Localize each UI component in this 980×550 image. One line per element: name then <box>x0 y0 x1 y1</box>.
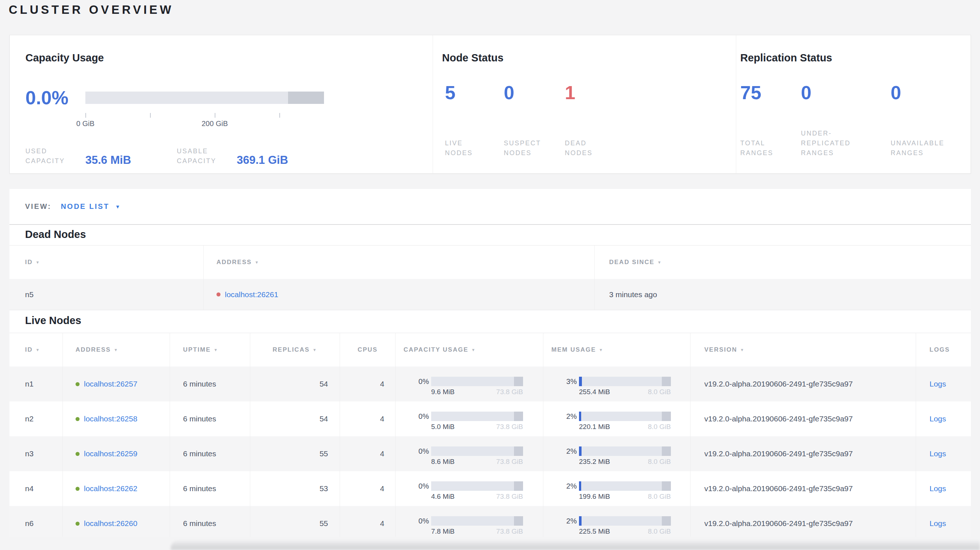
summary-stat: 5 LIVE NODES <box>445 83 504 158</box>
mem-usage-cell: 2% 220.1 MiB 8.0 GiB <box>543 401 690 436</box>
usable-capacity-stat: USABLE CAPACITY 369.1 GiB <box>177 146 288 166</box>
column-header[interactable]: CAPACITY USAGE▼ <box>395 333 543 367</box>
node-list-section: Dead Nodes ID▼ADDRESS▼DEAD SINCE▼ n5 loc… <box>10 225 971 537</box>
logs-cell: Logs <box>916 367 971 401</box>
capacity-usage-cell: 0% 8.6 MiB 73.8 GiB <box>395 436 543 471</box>
column-header[interactable]: ID▼ <box>10 246 204 279</box>
column-header[interactable]: UPTIME▼ <box>170 333 250 367</box>
node-address-cell: localhost:26262 <box>62 471 170 506</box>
version-cell: v19.2.0-alpha.20190606-2491-gfe735c9a97 <box>690 367 916 401</box>
column-header[interactable]: CPUS <box>340 333 395 367</box>
axis-tick-label: 200 GiB <box>202 119 228 128</box>
live-nodes-rows: n1 localhost:26257 6 minutes 54 4 0% 9.6… <box>10 367 971 537</box>
cpus-cell: 4 <box>340 436 395 471</box>
stat-value: 0 <box>891 83 944 102</box>
node-id-cell: n6 <box>10 506 62 537</box>
replication-status-title: Replication Status <box>740 52 970 64</box>
mem-bar-reserved-segment <box>662 377 671 386</box>
column-header-label: CAPACITY USAGE <box>404 346 469 353</box>
capacity-percent-label: 0% <box>404 517 429 525</box>
logs-link[interactable]: Logs <box>929 519 946 528</box>
column-header[interactable]: ID▼ <box>10 333 62 367</box>
mem-percent-label: 2% <box>551 447 577 456</box>
replicas-cell: 53 <box>250 471 340 506</box>
capacity-percent-label: 0% <box>404 447 429 456</box>
node-address-link[interactable]: localhost:26259 <box>84 449 137 458</box>
capacity-usage-cell: 0% 4.6 MiB 73.8 GiB <box>395 471 543 506</box>
capacity-usage-cell: 0% 9.6 MiB 73.8 GiB <box>395 367 543 401</box>
live-nodes-table: ID▼ADDRESS▼UPTIME▼REPLICAS▼CPUSCAPACITY … <box>10 333 971 537</box>
logs-cell: Logs <box>916 506 971 537</box>
capacity-percent-label: 0% <box>404 412 429 421</box>
capacity-bar-reserved-segment <box>514 516 523 526</box>
table-row: n4 localhost:26262 6 minutes 53 4 0% 4.6… <box>10 471 971 506</box>
column-header[interactable]: LOGS <box>916 333 971 367</box>
column-header[interactable]: MEM USAGE▼ <box>543 333 690 367</box>
capacity-bar-reserved-segment <box>514 481 523 491</box>
column-header[interactable]: ADDRESS▼ <box>204 246 594 279</box>
capacity-used-value: 4.6 MiB <box>431 493 454 501</box>
cpus-cell: 4 <box>340 401 395 436</box>
column-header-label: ADDRESS <box>76 346 111 353</box>
capacity-used-value: 9.6 MiB <box>431 388 454 396</box>
stat-label: DEAD NODES <box>565 138 593 158</box>
column-header[interactable]: REPLICAS▼ <box>250 333 340 367</box>
logs-link[interactable]: Logs <box>929 380 946 388</box>
node-address-link[interactable]: localhost:26258 <box>84 415 137 423</box>
axis-tick-label: 0 GiB <box>76 119 94 128</box>
column-header[interactable]: VERSION▼ <box>690 333 916 367</box>
column-header-label: CPUS <box>358 346 377 353</box>
node-id-cell: n5 <box>10 279 204 310</box>
live-nodes-heading: Live Nodes <box>10 312 971 328</box>
node-address-link[interactable]: localhost:26261 <box>225 290 278 299</box>
dead-node-dot-icon <box>216 292 221 296</box>
node-id-cell: n1 <box>10 367 62 401</box>
stat-value: 75 <box>740 83 801 102</box>
capacity-total-value: 73.8 GiB <box>496 423 523 431</box>
node-address-link[interactable]: localhost:26262 <box>84 484 137 493</box>
capacity-used-value: 8.6 MiB <box>431 458 454 466</box>
dead-nodes-table: ID▼ADDRESS▼DEAD SINCE▼ n5 localhost:2626… <box>10 245 971 310</box>
replication-status-stats: 75 TOTAL RANGES 0 UNDER- REPLICATED RANG… <box>740 83 970 158</box>
mem-total-value: 8.0 GiB <box>648 458 671 466</box>
capacity-usage-bar <box>431 412 523 421</box>
capacity-bar-reserved-segment <box>514 412 523 421</box>
table-row: n2 localhost:26258 6 minutes 54 4 0% 5.0… <box>10 401 971 436</box>
dead-nodes-header-row: ID▼ADDRESS▼DEAD SINCE▼ <box>10 246 971 279</box>
mem-usage-bar <box>579 481 671 491</box>
uptime-cell: 6 minutes <box>170 367 250 401</box>
cpus-cell: 4 <box>340 367 395 401</box>
mem-usage-fill <box>579 516 582 526</box>
column-header-label: VERSION <box>704 346 737 353</box>
node-address-link[interactable]: localhost:26260 <box>84 519 137 528</box>
logs-link[interactable]: Logs <box>929 484 946 493</box>
column-header[interactable]: ADDRESS▼ <box>62 333 170 367</box>
sort-arrow-icon: ▼ <box>471 348 476 352</box>
sort-arrow-icon: ▼ <box>740 348 745 352</box>
replicas-cell: 54 <box>250 401 340 436</box>
capacity-usage-title: Capacity Usage <box>25 52 433 64</box>
uptime-cell: 6 minutes <box>170 401 250 436</box>
mem-usage-fill <box>579 447 582 456</box>
live-node-dot-icon <box>76 417 80 421</box>
capacity-total-value: 73.8 GiB <box>496 458 523 466</box>
logs-link[interactable]: Logs <box>929 415 946 423</box>
stat-value: 1 <box>565 83 593 102</box>
chevron-down-icon: ▼ <box>115 204 120 210</box>
live-nodes-header-row: ID▼ADDRESS▼UPTIME▼REPLICAS▼CPUSCAPACITY … <box>10 333 971 367</box>
sort-arrow-icon: ▼ <box>213 348 218 352</box>
node-address-cell: localhost:26259 <box>62 436 170 471</box>
column-header[interactable]: DEAD SINCE▼ <box>594 246 971 279</box>
capacity-usage-bar <box>431 516 523 526</box>
view-dropdown[interactable]: NODE LIST ▼ <box>60 202 120 211</box>
column-header-label: MEM USAGE <box>551 346 596 353</box>
logs-link[interactable]: Logs <box>929 449 946 458</box>
summary-stat: 1 DEAD NODES <box>565 83 593 158</box>
replication-status-panel: Replication Status 75 TOTAL RANGES 0 UND… <box>736 35 970 173</box>
stat-label: SUSPECT NODES <box>504 138 565 158</box>
node-address-cell: localhost:26257 <box>62 367 170 401</box>
view-label: VIEW: <box>25 202 51 211</box>
node-address-link[interactable]: localhost:26257 <box>84 380 137 388</box>
capacity-percent: 0.0% <box>25 87 85 109</box>
capacity-bar-reserved-segment <box>288 92 324 104</box>
